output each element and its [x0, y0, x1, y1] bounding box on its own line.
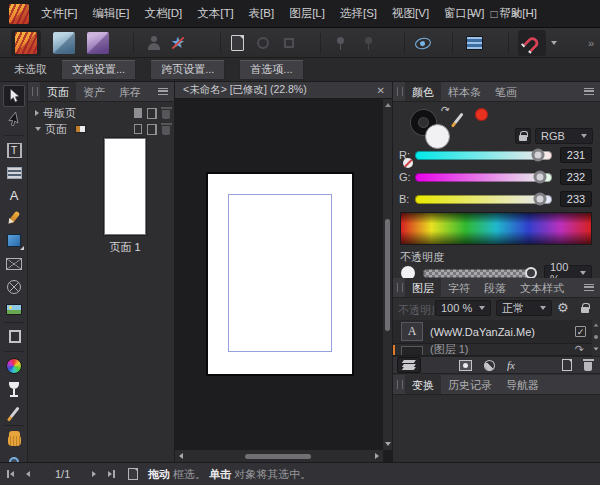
tab-color[interactable]: 颜色 — [405, 82, 441, 101]
layer-settings-button[interactable]: ⚙ — [557, 300, 569, 315]
samples-button[interactable]: ★ — [166, 30, 190, 56]
tab-transform[interactable]: 变换 — [405, 375, 441, 394]
page-1-thumbnail[interactable] — [104, 138, 146, 235]
maximize-button[interactable]: □ — [484, 0, 504, 28]
pin-tool-button[interactable] — [326, 30, 354, 56]
add-master-icon[interactable] — [134, 108, 142, 118]
picture-frame-rectangle-tool[interactable] — [3, 253, 25, 275]
green-value-field[interactable]: 232 — [560, 169, 592, 185]
node-tool[interactable] — [3, 109, 25, 131]
red-slider[interactable] — [415, 151, 552, 160]
preview-mode-button[interactable] — [408, 30, 438, 56]
scroll-down-icon[interactable] — [594, 347, 599, 350]
close-document-icon[interactable]: ✕ — [377, 85, 385, 96]
preferences-button[interactable]: 首选项... — [239, 60, 303, 80]
spread-setup-button[interactable]: 跨页设置... — [150, 60, 225, 80]
view-tool[interactable] — [3, 429, 25, 451]
place-image-tool[interactable] — [3, 298, 25, 320]
color-spectrum[interactable] — [400, 212, 592, 245]
duplicate-master-icon[interactable] — [147, 108, 157, 119]
red-slider-knob[interactable] — [532, 149, 545, 162]
transparency-tool[interactable] — [3, 378, 25, 400]
layer-lock-button[interactable] — [577, 300, 593, 316]
tab-layers[interactable]: 图层 — [405, 278, 441, 297]
tab-history[interactable]: 历史记录 — [441, 375, 499, 394]
color-lock-button[interactable] — [515, 128, 531, 144]
new-document-button[interactable] — [224, 30, 250, 56]
delete-layer-icon[interactable] — [584, 362, 592, 371]
panel-grip-icon[interactable] — [397, 87, 403, 96]
save-button[interactable] — [276, 30, 302, 56]
collapse-caret-icon[interactable] — [35, 127, 41, 131]
tab-pages[interactable]: 页面 — [40, 82, 76, 101]
layer-visibility-checkbox[interactable]: ✓ — [575, 326, 586, 337]
blue-slider[interactable] — [415, 195, 552, 204]
table-tool[interactable] — [3, 162, 25, 184]
next-page-button[interactable] — [92, 471, 96, 477]
document-tab[interactable]: <未命名> [已修改] (22.8%) ✕ — [175, 82, 392, 99]
green-slider[interactable] — [415, 173, 552, 182]
vertical-scrollbar[interactable] — [383, 99, 392, 450]
vector-crop-tool[interactable] — [3, 326, 25, 348]
text-flow-button[interactable] — [458, 30, 490, 56]
photo-persona-button[interactable] — [84, 30, 112, 56]
add-page-icon[interactable] — [134, 124, 142, 134]
tab-assets[interactable]: 资产 — [76, 82, 112, 101]
tab-paragraph[interactable]: 段落 — [477, 278, 513, 297]
menu-edit[interactable]: 编辑[E] — [92, 6, 129, 21]
menu-table[interactable]: 表[B] — [249, 6, 275, 21]
close-button[interactable]: ✕ — [506, 0, 526, 28]
menu-layer[interactable]: 图层[L] — [289, 6, 325, 21]
duplicate-page-icon[interactable] — [147, 124, 157, 135]
first-page-button[interactable] — [7, 470, 14, 478]
picture-frame-ellipse-tool[interactable] — [3, 276, 25, 298]
menu-view[interactable]: 视图[V] — [392, 6, 429, 21]
last-page-button[interactable] — [108, 470, 115, 478]
horizontal-scrollbar[interactable] — [175, 450, 383, 462]
new-layer-icon[interactable] — [562, 359, 572, 371]
horizontal-scroll-thumb[interactable] — [245, 454, 311, 459]
panel-menu-icon[interactable] — [584, 284, 594, 291]
master-pages-row[interactable]: 母版页 — [28, 105, 174, 121]
layer-row-layer1[interactable]: (图层 1) ↷ — [393, 344, 592, 356]
designer-persona-button[interactable] — [50, 30, 78, 56]
pages-section-row[interactable]: 页面 — [28, 121, 174, 137]
panel-menu-icon[interactable] — [158, 88, 168, 95]
vertical-scroll-thumb[interactable] — [385, 219, 390, 331]
rectangle-tool[interactable] — [3, 229, 25, 251]
blue-slider-knob[interactable] — [533, 193, 546, 206]
layers-opacity-dropdown[interactable]: 100 % — [435, 300, 491, 316]
expand-caret-icon[interactable] — [35, 110, 39, 116]
red-value-field[interactable]: 231 — [560, 147, 592, 163]
opacity-slider[interactable] — [423, 269, 536, 278]
adjustment-layer-icon[interactable] — [482, 357, 498, 373]
frame-text-tool[interactable]: T — [3, 139, 25, 161]
tab-navigator[interactable]: 导航器 — [499, 375, 546, 394]
scroll-up-icon[interactable] — [594, 323, 599, 326]
layers-stack-button[interactable] — [397, 357, 421, 373]
tab-character[interactable]: 字符 — [441, 278, 477, 297]
tab-swatches[interactable]: 样本条 — [441, 82, 488, 101]
account-button[interactable] — [142, 30, 166, 56]
toolbar-overflow-button[interactable]: » — [584, 30, 598, 56]
picked-color-dot[interactable] — [475, 108, 488, 121]
page-preview-icon[interactable] — [128, 468, 138, 480]
layers-scrollbar[interactable] — [592, 320, 600, 356]
unpin-tool-button[interactable] — [354, 30, 382, 56]
minimize-button[interactable]: – — [462, 0, 482, 28]
panel-menu-icon[interactable] — [584, 88, 594, 95]
layer-row-text[interactable]: A (WwW.DaYanZai.Me) ✓ — [393, 320, 592, 344]
layer-effects-button[interactable]: fx — [507, 359, 515, 371]
color-mode-dropdown[interactable]: RGB — [535, 128, 593, 144]
scroll-right-icon[interactable] — [375, 453, 379, 459]
panel-grip-icon[interactable] — [32, 87, 38, 96]
pen-tool[interactable] — [3, 206, 25, 228]
artistic-text-tool[interactable]: A — [3, 184, 25, 206]
snapping-dropdown[interactable] — [548, 30, 560, 56]
menu-select[interactable]: 选择[S] — [340, 6, 377, 21]
blue-value-field[interactable]: 233 — [560, 191, 592, 207]
panel-grip-icon[interactable] — [397, 380, 403, 389]
trash-icon[interactable] — [162, 110, 170, 119]
tab-stroke[interactable]: 笔画 — [488, 82, 524, 101]
green-slider-knob[interactable] — [533, 171, 546, 184]
